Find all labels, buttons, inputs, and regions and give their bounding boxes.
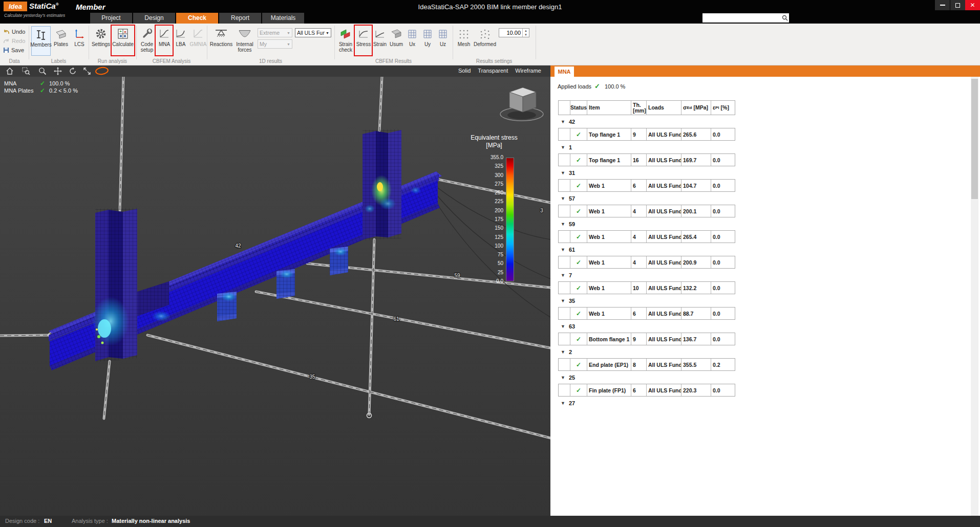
table-row[interactable]: ✓Top flange 19All ULS Fund265.60.0 bbox=[558, 128, 735, 141]
deformed-scale-input[interactable] bbox=[499, 29, 522, 37]
table-row[interactable]: ✓Web 14All ULS Fund265.40.0 bbox=[558, 230, 735, 243]
deformed-scale-stepper[interactable]: ▲▼ bbox=[499, 28, 529, 37]
table-row[interactable]: ✓Fin plate (FP1)6All ULS Fund220.30.0 bbox=[558, 384, 735, 397]
collapse-icon[interactable]: ▼ bbox=[561, 273, 565, 278]
collapse-icon[interactable]: ▼ bbox=[561, 119, 565, 124]
home-view-icon[interactable] bbox=[5, 67, 14, 75]
group-row[interactable]: ▼61 bbox=[558, 243, 735, 256]
group-row[interactable]: ▼1 bbox=[558, 141, 735, 153]
collapse-icon[interactable]: ▼ bbox=[561, 196, 565, 201]
view-mode-transparent[interactable]: Transparent bbox=[478, 68, 508, 74]
table-row[interactable]: ✓End plate (EP1)8All ULS Fund355.50.2 bbox=[558, 358, 735, 371]
view-mode-solid[interactable]: Solid bbox=[458, 68, 471, 74]
gmnia-button[interactable]: GMNIA bbox=[189, 26, 207, 56]
load-combination-dropdown[interactable]: All ULS Fund ▼ bbox=[295, 28, 331, 37]
collapse-icon[interactable]: ▼ bbox=[561, 222, 565, 227]
undo-button[interactable]: Undo bbox=[3, 28, 25, 36]
step-down-icon[interactable]: ▼ bbox=[523, 33, 529, 37]
item-cell: Web 1 bbox=[587, 205, 631, 217]
my-dropdown[interactable]: My ▼ bbox=[258, 39, 292, 49]
group-row[interactable]: ▼35 bbox=[558, 294, 735, 307]
mna-button[interactable]: MNA bbox=[157, 26, 172, 56]
internal-forces-button[interactable]: Internalforces bbox=[234, 26, 255, 56]
tab-mna-results[interactable]: MNA bbox=[555, 67, 574, 77]
collapse-icon[interactable]: ▼ bbox=[561, 247, 565, 252]
collapse-icon[interactable]: ▼ bbox=[561, 401, 565, 406]
stress-button[interactable]: Stress bbox=[356, 26, 371, 56]
uy-button[interactable]: Uy bbox=[421, 26, 434, 56]
collapse-icon[interactable]: ▼ bbox=[561, 298, 565, 303]
table-row[interactable]: ✓Web 16All ULS Fund88.70.0 bbox=[558, 307, 735, 320]
uz-button[interactable]: Uz bbox=[436, 26, 450, 56]
item-cell: Bottom flange 1 bbox=[587, 333, 631, 345]
group-row[interactable]: ▼42 bbox=[558, 115, 735, 128]
collapse-icon[interactable]: ▼ bbox=[561, 349, 565, 355]
legend-tick-label: 250 bbox=[466, 190, 503, 196]
step-up-icon[interactable]: ▲ bbox=[523, 29, 529, 33]
close-button[interactable]: ✕ bbox=[965, 0, 980, 10]
view-mode-wireframe[interactable]: Wireframe bbox=[515, 68, 541, 74]
group-row[interactable]: ▼2 bbox=[558, 345, 735, 358]
reactions-label: Reactions bbox=[210, 41, 232, 47]
tab-design[interactable]: Design bbox=[133, 13, 175, 24]
group-row[interactable]: ▼7 bbox=[558, 269, 735, 281]
zoom-icon[interactable] bbox=[38, 67, 47, 75]
search-box[interactable] bbox=[702, 13, 789, 23]
plates-toggle-button[interactable]: Plates bbox=[52, 26, 70, 56]
lcs-toggle-button[interactable]: LCS bbox=[71, 26, 88, 56]
save-label: Save bbox=[11, 47, 24, 53]
save-button[interactable]: Save bbox=[3, 46, 24, 54]
scrollbar-thumb[interactable] bbox=[971, 79, 978, 199]
collapse-icon[interactable]: ▼ bbox=[561, 145, 565, 150]
calculate-button[interactable]: +✕ Calculate bbox=[112, 26, 134, 56]
reactions-button[interactable]: Reactions bbox=[209, 26, 233, 56]
rotate-icon[interactable] bbox=[68, 67, 77, 75]
group-row[interactable]: ▼27 bbox=[558, 397, 735, 409]
code-setup-label-1: Code bbox=[141, 41, 153, 47]
extreme-dropdown[interactable]: Extreme ▼ bbox=[258, 28, 292, 37]
deformed-toggle-button[interactable]: Deformed bbox=[474, 26, 496, 56]
strain-check-button[interactable]: Straincheck bbox=[336, 26, 355, 56]
group-row[interactable]: ▼59 bbox=[558, 217, 735, 230]
code-setup-button[interactable]: Codesetup bbox=[138, 26, 156, 56]
tab-project[interactable]: Project bbox=[90, 13, 132, 24]
group-row[interactable]: ▼57 bbox=[558, 192, 735, 205]
group-id: 63 bbox=[569, 323, 575, 330]
viewport-3d[interactable]: 42 59 61 35 3 MNA✓100.0 %MNA Plates✓0.2 … bbox=[0, 77, 550, 516]
table-row[interactable]: ✓Top flange 116All ULS Fund169.70.0 bbox=[558, 153, 735, 166]
panel-scrollbar[interactable] bbox=[971, 77, 978, 516]
table-row[interactable]: ✓Web 14All ULS Fund200.90.0 bbox=[558, 256, 735, 269]
strain-button[interactable]: Strain bbox=[372, 26, 388, 56]
pan-icon[interactable] bbox=[53, 67, 62, 75]
minimize-button[interactable] bbox=[935, 0, 950, 10]
th-header-line1: Th. bbox=[633, 102, 641, 108]
collapse-icon[interactable]: ▼ bbox=[561, 170, 565, 175]
mesh-toggle-button[interactable]: Mesh bbox=[455, 26, 473, 56]
members-toggle-button[interactable]: Members bbox=[31, 26, 51, 56]
group-row[interactable]: ▼63 bbox=[558, 320, 735, 333]
tab-report[interactable]: Report bbox=[219, 13, 261, 24]
table-row[interactable]: ✓Bottom flange 19All ULS Fund136.70.0 bbox=[558, 333, 735, 345]
settings-button[interactable]: Settings bbox=[91, 26, 111, 56]
lba-button[interactable]: LBA bbox=[173, 26, 188, 56]
stepper-arrows[interactable]: ▲▼ bbox=[522, 29, 529, 37]
group-row[interactable]: ▼25 bbox=[558, 371, 735, 384]
maximize-button[interactable] bbox=[950, 0, 965, 10]
collapse-icon[interactable]: ▼ bbox=[561, 324, 565, 329]
group-row[interactable]: ▼31 bbox=[558, 166, 735, 179]
collapse-icon[interactable]: ▼ bbox=[561, 375, 565, 380]
zoom-window-icon[interactable] bbox=[22, 67, 31, 75]
table-row[interactable]: ✓Web 14All ULS Fund200.10.0 bbox=[558, 205, 735, 217]
usum-label: Usum bbox=[390, 41, 403, 47]
table-row[interactable]: ✓Web 110All ULS Fund132.20.0 bbox=[558, 281, 735, 294]
tab-materials[interactable]: Materials bbox=[262, 13, 304, 24]
ux-button[interactable]: Ux bbox=[406, 26, 419, 56]
redo-button[interactable]: Redo bbox=[3, 37, 25, 45]
search-icon[interactable] bbox=[781, 14, 789, 22]
table-row[interactable]: ✓Web 16All ULS Fund104.70.0 bbox=[558, 179, 735, 192]
usum-button[interactable]: Usum bbox=[388, 26, 404, 56]
fit-view-icon[interactable] bbox=[82, 67, 92, 75]
navigation-cube[interactable] bbox=[500, 87, 543, 121]
search-input[interactable] bbox=[702, 14, 781, 22]
tab-check[interactable]: Check bbox=[176, 13, 218, 24]
